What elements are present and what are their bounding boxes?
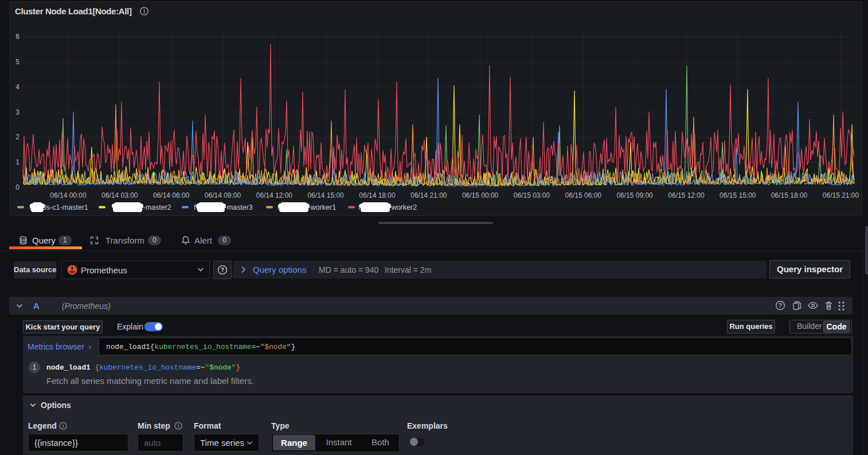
svg-text:?: ?: [779, 303, 782, 309]
